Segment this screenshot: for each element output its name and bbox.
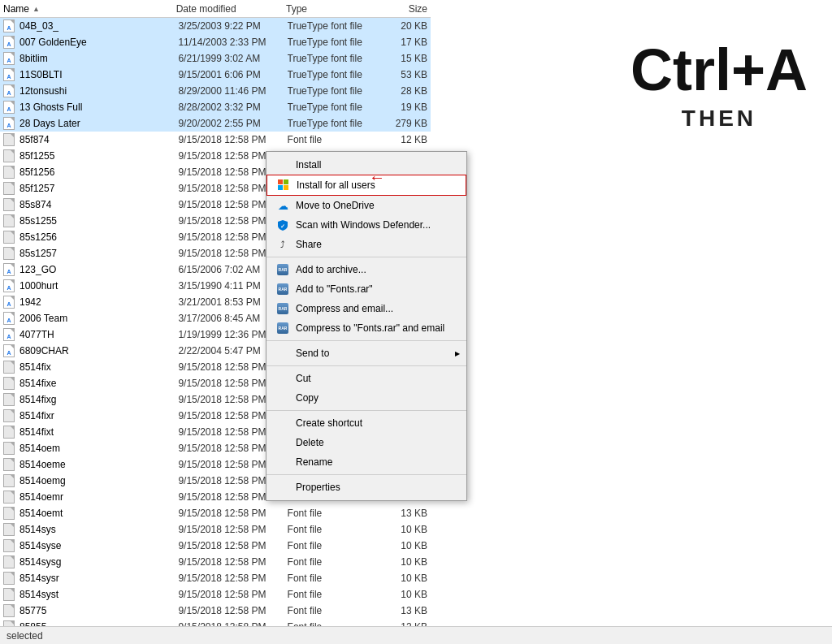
ctx-icon-install: [275, 158, 291, 171]
file-icon: [3, 604, 16, 617]
file-icon: [3, 214, 16, 227]
file-size: 10 KB: [381, 573, 427, 584]
file-size: 20 KB: [381, 20, 427, 32]
context-menu-item-copy[interactable]: Copy: [266, 388, 466, 408]
ctx-icon-compress-email: RAR: [275, 302, 291, 315]
file-date: 8/28/2002 3:32 PM: [178, 102, 287, 113]
context-menu-item-move-onedrive[interactable]: ☁ Move to OneDrive: [266, 196, 466, 215]
ctx-label-add-archive: Add to archive...: [296, 264, 366, 275]
ctx-label-move-onedrive: Move to OneDrive: [296, 200, 375, 211]
ctx-label-install-all: Install for all users: [297, 179, 375, 191]
header-type[interactable]: Type: [286, 3, 380, 15]
header-size[interactable]: Size: [380, 3, 427, 15]
shortcut-then: THEN: [630, 106, 808, 132]
header-name[interactable]: Name ▲: [3, 3, 176, 15]
file-icon: [3, 474, 16, 487]
context-menu-item-compress-email[interactable]: RAR Compress and email...: [266, 299, 466, 318]
file-icon: A: [3, 19, 16, 32]
context-menu-separator: [266, 474, 466, 475]
table-row[interactable]: 8514syse 9/15/2018 12:58 PM Font file 10…: [0, 538, 431, 554]
file-name: 8514oemt: [20, 508, 178, 519]
context-menu: Install Install for all users ☁ Move to …: [266, 151, 467, 501]
ctx-label-delete: Delete: [296, 437, 324, 448]
file-date: 8/29/2000 11:46 PM: [178, 85, 287, 97]
context-menu-item-scan-defender[interactable]: ✓ Scan with Windows Defender...: [266, 215, 466, 235]
file-size: 279 KB: [381, 118, 427, 129]
context-menu-separator: [266, 257, 466, 257]
file-name: 8514oem: [20, 443, 178, 454]
file-icon: [3, 491, 16, 504]
context-menu-item-compress-rar-email[interactable]: RAR Compress to "Fonts.rar" and email: [266, 318, 466, 338]
file-type: TrueType font file: [288, 85, 381, 97]
file-icon: A: [3, 101, 16, 114]
status-bar: selected: [0, 626, 832, 644]
font-icon-a: A: [6, 41, 11, 47]
context-menu-item-cut[interactable]: Cut: [266, 369, 466, 388]
font-icon-a: A: [6, 269, 11, 274]
font-icon-a: A: [6, 90, 11, 96]
header-size-label: Size: [409, 3, 427, 15]
table-row[interactable]: A 12tonsushi 8/29/2000 11:46 PM TrueType…: [0, 83, 431, 99]
file-date: 9/15/2001 6:06 PM: [178, 69, 287, 80]
table-row[interactable]: 8514sysg 9/15/2018 12:58 PM Font file 10…: [0, 554, 431, 570]
file-icon: [3, 555, 16, 568]
file-icon: [3, 166, 16, 179]
context-menu-item-add-fonts-rar[interactable]: RAR Add to "Fonts.rar": [266, 279, 466, 299]
file-type: Font file: [288, 524, 381, 535]
file-size: 13 KB: [381, 508, 427, 519]
context-menu-item-properties[interactable]: Properties: [266, 478, 466, 497]
file-name: 85f1256: [20, 166, 178, 178]
file-icon: [3, 442, 16, 455]
file-date: 3/25/2003 9:22 PM: [178, 20, 287, 32]
file-name: 8bitlim: [20, 53, 178, 64]
file-name: 28 Days Later: [20, 118, 178, 129]
context-menu-item-create-shortcut[interactable]: Create shortcut: [266, 413, 466, 433]
ctx-icon-scan-defender: ✓: [275, 218, 291, 231]
file-icon: A: [3, 52, 16, 65]
svg-rect-3: [284, 185, 288, 190]
file-name: 8514oemr: [20, 491, 178, 503]
file-name: 4077TH: [20, 329, 178, 340]
table-row[interactable]: A 28 Days Later 9/20/2002 2:55 PM TrueTy…: [0, 115, 431, 132]
font-icon-a: A: [6, 58, 11, 63]
header-date[interactable]: Date modified: [176, 3, 286, 15]
ctx-icon-add-fonts-rar: RAR: [275, 283, 291, 296]
ctx-label-compress-rar-email: Compress to "Fonts.rar" and email: [296, 322, 444, 334]
table-row[interactable]: 8514oemt 9/15/2018 12:58 PM Font file 13…: [0, 505, 431, 521]
context-menu-item-add-archive[interactable]: RAR Add to archive...: [266, 260, 466, 279]
file-icon: [3, 182, 16, 195]
table-row[interactable]: A 13 Ghosts Full 8/28/2002 3:32 PM TrueT…: [0, 99, 431, 115]
file-name: 8514fixg: [20, 394, 178, 405]
context-menu-item-install[interactable]: Install: [266, 155, 466, 175]
table-row[interactable]: A 8bitlim 6/21/1999 3:02 AM TrueType fon…: [0, 50, 431, 67]
file-name: 85s1255: [20, 215, 178, 227]
context-menu-item-send-to[interactable]: Send to: [266, 344, 466, 363]
table-row[interactable]: A 11S0BLTI 9/15/2001 6:06 PM TrueType fo…: [0, 67, 431, 83]
context-menu-separator: [266, 340, 466, 341]
file-date: 9/15/2018 12:58 PM: [178, 524, 287, 535]
file-icon: [3, 361, 16, 374]
ctx-icon-compress-rar-email: RAR: [275, 322, 291, 335]
file-name: 8514syst: [20, 589, 178, 600]
table-row[interactable]: 85f874 9/15/2018 12:58 PM Font file 12 K…: [0, 132, 431, 148]
file-size: 10 KB: [381, 540, 427, 551]
table-row[interactable]: A 007 GoldenEye 11/14/2003 2:33 PM TrueT…: [0, 34, 431, 50]
file-date: 9/15/2018 12:58 PM: [178, 589, 287, 600]
file-name: 8514fixe: [20, 378, 178, 389]
context-menu-item-delete[interactable]: Delete: [266, 433, 466, 452]
svg-rect-1: [284, 179, 288, 184]
table-row[interactable]: 8514sysr 9/15/2018 12:58 PM Font file 10…: [0, 570, 431, 586]
header-date-label: Date modified: [176, 3, 236, 15]
table-row[interactable]: 8514syst 9/15/2018 12:58 PM Font file 10…: [0, 586, 431, 603]
file-size: 10 KB: [381, 524, 427, 535]
table-row[interactable]: A 04B_03_ 3/25/2003 9:22 PM TrueType fon…: [0, 18, 431, 34]
file-icon: A: [3, 117, 16, 130]
context-menu-item-rename[interactable]: Rename: [266, 452, 466, 472]
table-row[interactable]: 8514sys 9/15/2018 12:58 PM Font file 10 …: [0, 521, 431, 538]
table-row[interactable]: 85775 9/15/2018 12:58 PM Font file 13 KB: [0, 603, 431, 619]
font-icon-a: A: [6, 25, 11, 31]
context-menu-item-share[interactable]: ⤴ Share: [266, 235, 466, 254]
context-menu-item-install-all[interactable]: Install for all users: [266, 175, 466, 196]
svg-text:✓: ✓: [280, 223, 285, 229]
file-type: Font file: [288, 556, 381, 568]
